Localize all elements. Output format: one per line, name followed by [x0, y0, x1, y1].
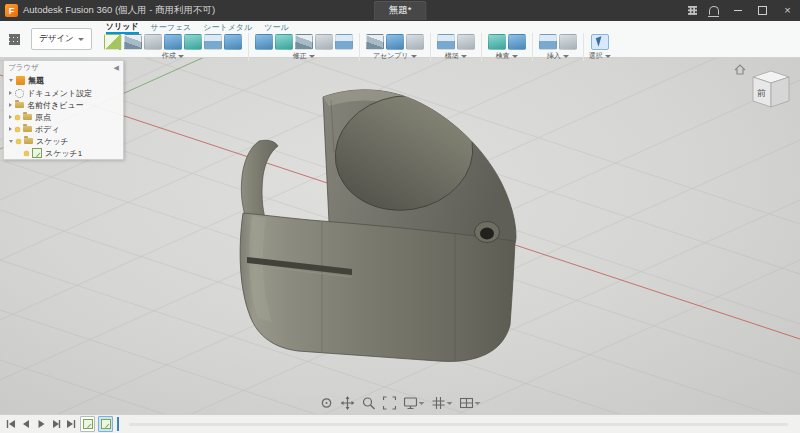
joint-icon[interactable] [386, 34, 404, 50]
browser-root-item[interactable]: 無題 [4, 74, 123, 87]
maximize-button[interactable] [750, 0, 775, 21]
close-button[interactable]: × [775, 0, 800, 21]
extrude1-feature[interactable] [98, 416, 113, 432]
close-icon: × [784, 5, 790, 16]
expand-arrow-icon[interactable] [9, 115, 12, 119]
browser-item-sketch1[interactable]: スケッチ1 [4, 147, 123, 159]
titlebar: F Autodesk Fusion 360 (個人用 - 商用利用不可) 無題*… [0, 0, 800, 21]
expand-arrow-icon[interactable] [9, 103, 12, 107]
expand-arrow-icon[interactable] [9, 127, 12, 131]
rigid-group-icon[interactable] [406, 34, 424, 50]
app-title: Autodesk Fusion 360 (個人用 - 商用利用不可) [23, 4, 215, 17]
group-insert-label[interactable]: 挿入 [547, 51, 569, 61]
combine-icon[interactable] [315, 34, 333, 50]
workspace-selector[interactable]: デザイン [31, 28, 92, 50]
orbit-button[interactable] [320, 396, 334, 410]
expand-arrow-icon[interactable] [9, 79, 13, 82]
model-body[interactable] [240, 86, 516, 362]
shell-icon[interactable] [295, 34, 313, 50]
home-icon[interactable] [735, 65, 745, 74]
group-modify-label[interactable]: 修正 [293, 51, 315, 61]
browser-item-named-views[interactable]: 名前付きビュー [4, 99, 123, 111]
construct-axis-icon[interactable] [457, 34, 475, 50]
group-inspect-label[interactable]: 検査 [496, 51, 518, 61]
viewports-button[interactable] [460, 396, 481, 410]
display-settings-button[interactable] [404, 396, 425, 410]
visibility-bulb-icon[interactable] [16, 139, 21, 144]
visibility-bulb-icon[interactable] [15, 127, 20, 132]
folder-icon [15, 102, 24, 108]
tab-surface[interactable]: サーフェス [151, 22, 192, 33]
browser-collapse-button[interactable]: ◀ [114, 64, 119, 72]
view-cube-front-label: 前 [757, 88, 766, 98]
document-icon [16, 76, 25, 85]
create-coil-icon[interactable] [204, 34, 222, 50]
construct-plane-icon[interactable] [437, 34, 455, 50]
timeline-position-marker[interactable] [117, 417, 119, 431]
chevron-down-icon [419, 402, 425, 405]
notifications-icon[interactable] [703, 0, 725, 21]
sketch1-feature[interactable] [80, 416, 95, 432]
apps-grid-icon[interactable] [681, 0, 703, 21]
fusion360-window: F Autodesk Fusion 360 (個人用 - 商用利用不可) 無題*… [0, 0, 800, 433]
timeline-step-back-button[interactable] [19, 418, 32, 431]
create-form-icon[interactable] [224, 34, 242, 50]
tab-tools[interactable]: ツール [264, 22, 288, 33]
viewport-canvas[interactable]: ブラウザ ◀ 無題 ドキュメント設定 名前付きビュー [0, 58, 800, 415]
split-body-icon[interactable] [335, 34, 353, 50]
visibility-bulb-icon[interactable] [24, 151, 29, 156]
timeline-play-button[interactable] [34, 418, 47, 431]
browser-panel: ブラウザ ◀ 無題 ドキュメント設定 名前付きビュー [3, 60, 124, 160]
maximize-icon [758, 6, 767, 15]
minimize-button[interactable] [725, 0, 750, 21]
minimize-icon [734, 10, 742, 12]
chevron-down-icon [563, 55, 569, 58]
model-front-arm[interactable] [241, 140, 278, 222]
new-component-icon[interactable] [366, 34, 384, 50]
create-cylinder-icon[interactable] [144, 34, 162, 50]
timeline-track[interactable] [129, 423, 788, 426]
browser-header-label: ブラウザ [8, 63, 39, 73]
group-assemble-label[interactable]: アセンブリ [373, 51, 417, 61]
timeline-step-forward-button[interactable] [49, 418, 62, 431]
tab-sheetmetal[interactable]: シートメタル [203, 22, 252, 33]
ribbon-tools: 作成 修正 [98, 33, 797, 61]
create-box-icon[interactable] [124, 34, 142, 50]
view-cube-faces[interactable]: 前 [753, 71, 789, 107]
settings-icon [15, 89, 24, 98]
press-pull-icon[interactable] [255, 34, 273, 50]
data-panel-toggle[interactable] [3, 21, 25, 57]
visibility-bulb-icon[interactable] [15, 115, 20, 120]
expand-arrow-icon[interactable] [9, 91, 12, 95]
create-sphere-icon[interactable] [164, 34, 182, 50]
fillet-icon[interactable] [275, 34, 293, 50]
browser-item-origin[interactable]: 原点 [4, 111, 123, 123]
ribbon-toolbar: デザイン ソリッド サーフェス シートメタル ツール [0, 21, 800, 58]
pan-button[interactable] [341, 396, 355, 410]
group-construct-label[interactable]: 構築 [445, 51, 467, 61]
view-cube[interactable]: 前 [733, 61, 793, 115]
select-tool-icon[interactable] [591, 34, 609, 50]
timeline-bar [0, 414, 800, 433]
group-create-label[interactable]: 作成 [162, 51, 184, 61]
group-inspect: 検査 [482, 33, 533, 61]
measure-icon[interactable] [488, 34, 506, 50]
expand-arrow-icon[interactable] [9, 140, 13, 143]
document-tab[interactable]: 無題* [374, 1, 427, 20]
create-torus-icon[interactable] [184, 34, 202, 50]
grid-and-snaps-button[interactable] [432, 396, 453, 410]
insert-canvas-icon[interactable] [539, 34, 557, 50]
insert-mesh-icon[interactable] [559, 34, 577, 50]
tab-solid[interactable]: ソリッド [106, 21, 139, 34]
fit-button[interactable] [383, 396, 397, 410]
zoom-button[interactable] [362, 396, 376, 410]
folder-icon [23, 114, 32, 120]
group-select-label[interactable]: 選択 [589, 51, 611, 61]
create-sketch-icon[interactable] [104, 34, 122, 50]
browser-item-document-settings[interactable]: ドキュメント設定 [4, 87, 123, 99]
browser-item-bodies[interactable]: ボディ [4, 123, 123, 135]
timeline-go-to-start-button[interactable] [4, 418, 17, 431]
section-analysis-icon[interactable] [508, 34, 526, 50]
browser-item-sketches[interactable]: スケッチ [4, 135, 123, 147]
timeline-go-to-end-button[interactable] [64, 418, 77, 431]
